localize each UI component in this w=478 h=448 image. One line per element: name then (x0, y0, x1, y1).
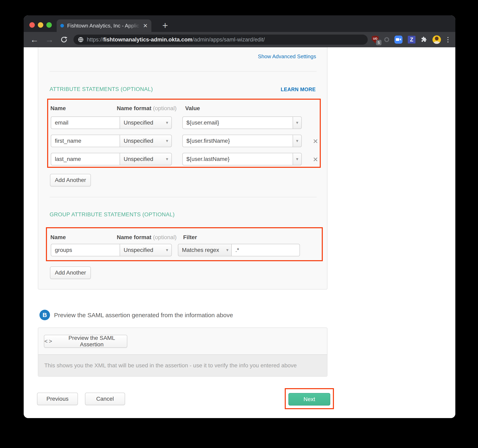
group-attribute-statements-title: GROUP ATTRIBUTE STATEMENTS (OPTIONAL) (50, 211, 175, 218)
code-brackets-icon: <> (44, 338, 53, 344)
column-header-value: Value (185, 105, 200, 112)
preview-saml-assertion-button[interactable]: <> Preview the SAML Assertion (44, 335, 127, 348)
ublock-extension-button[interactable]: UO 5 (372, 36, 379, 44)
tab-title: Fishtown Analytics, Inc - Applic (67, 23, 142, 29)
avatar-head (435, 37, 439, 40)
attribute-statements-title: ATTRIBUTE STATEMENTS (OPTIONAL) (50, 86, 153, 92)
previous-button[interactable]: Previous (37, 393, 78, 405)
column-header-name-format: Name format (optional) (117, 105, 177, 112)
browser-toolbar: ← → https://fishtownanalytics-admin.okta… (24, 32, 455, 47)
forward-icon[interactable]: → (45, 35, 54, 44)
page-viewport: Show Advanced Settings ATTRIBUTE STATEME… (24, 47, 455, 418)
group-filter-type-select[interactable]: Matches regex ▾ (178, 244, 232, 256)
profile-avatar[interactable] (433, 35, 441, 44)
attr-name-format-select-last-name[interactable]: Unspecified ▾ (120, 153, 172, 165)
chevron-down-icon: ▾ (166, 247, 168, 253)
learn-more-link[interactable]: LEARN MORE (281, 86, 316, 92)
ring-extension-icon[interactable] (384, 37, 389, 42)
add-another-group-attribute-button[interactable]: Add Another (50, 266, 91, 279)
optional-label: (optional) (153, 105, 177, 111)
browser-tab[interactable]: Fishtown Analytics, Inc - Applic ✕ (57, 19, 151, 32)
url-host: fishtownanalytics-admin.okta.com (103, 37, 192, 43)
optional-label: (optional) (153, 234, 177, 240)
avatar-body (434, 41, 440, 44)
attr-name-format-select-email[interactable]: Unspecified ▾ (120, 117, 172, 129)
chevron-down-icon: ▾ (296, 120, 298, 125)
url-text: https://fishtownanalytics-admin.okta.com… (87, 37, 265, 43)
attr-name-input-last-name[interactable] (51, 153, 120, 165)
browser-titlebar: Fishtown Analytics, Inc - Applic ✕ + (24, 15, 455, 32)
zoom-window-button[interactable] (46, 22, 52, 28)
attr-value-dropdown-button[interactable]: ▾ (293, 117, 302, 129)
preview-assertion-panel: <> Preview the SAML Assertion This shows… (38, 327, 327, 377)
attr-value-combo-first-name: ▾ (182, 135, 302, 147)
delete-row-icon[interactable]: ✕ (311, 156, 320, 163)
zoom-extension-icon[interactable] (394, 36, 403, 44)
tab-close-icon[interactable]: ✕ (143, 22, 148, 29)
attr-value-dropdown-button[interactable]: ▾ (293, 153, 302, 165)
column-header-name: Name (50, 234, 66, 241)
url-bar[interactable]: https://fishtownanalytics-admin.okta.com… (74, 35, 368, 45)
attr-value-dropdown-button[interactable]: ▾ (293, 135, 302, 147)
attr-name-format-select-first-name[interactable]: Unspecified ▾ (120, 135, 172, 147)
column-header-name: Name (50, 105, 66, 112)
chevron-down-icon: ▾ (166, 156, 168, 162)
attr-name-input-email[interactable] (51, 117, 120, 129)
cancel-button[interactable]: Cancel (85, 393, 125, 405)
new-tab-button[interactable]: + (160, 20, 171, 31)
ublock-badge: 5 (376, 40, 382, 45)
group-name-input[interactable] (51, 244, 120, 256)
attr-value-combo-last-name: ▾ (182, 153, 302, 165)
screenshot-root: Fishtown Analytics, Inc - Applic ✕ + ← →… (0, 0, 478, 448)
column-header-filter: Filter (183, 234, 197, 241)
column-header-name-format: Name format (optional) (117, 234, 177, 241)
attr-name-input-first-name[interactable] (51, 135, 120, 147)
reload-icon[interactable] (60, 36, 68, 43)
section-divider (50, 197, 316, 197)
z-extension-icon[interactable]: Z (408, 36, 415, 43)
preview-note: This shows you the XML that will be used… (38, 354, 327, 376)
extensions-area: UO 5 Z (372, 35, 450, 44)
url-protocol: https:// (87, 37, 103, 43)
extensions-puzzle-icon[interactable] (421, 36, 427, 43)
chevron-down-icon: ▾ (296, 138, 298, 144)
url-path: /admin/apps/saml-wizard/edit/ (192, 37, 265, 43)
step-b-badge: B (39, 310, 50, 320)
minimize-window-button[interactable] (38, 22, 43, 28)
preview-section-heading: Preview the SAML assertion generated fro… (54, 312, 233, 319)
add-another-attribute-button[interactable]: Add Another (50, 174, 91, 186)
attr-value-input-first-name[interactable] (182, 135, 293, 147)
browser-menu-icon[interactable] (446, 37, 450, 43)
attr-value-combo-email: ▾ (182, 117, 302, 129)
chevron-down-icon: ▾ (166, 120, 168, 125)
okta-favicon-icon (60, 24, 64, 27)
video-camera-lens-icon (399, 38, 401, 41)
chevron-down-icon: ▾ (226, 247, 228, 253)
chevron-down-icon: ▾ (296, 156, 298, 162)
group-name-format-select[interactable]: Unspecified ▾ (120, 244, 172, 256)
video-camera-icon (396, 38, 399, 41)
show-advanced-settings-link[interactable]: Show Advanced Settings (258, 53, 316, 60)
saml-settings-card: Show Advanced Settings ATTRIBUTE STATEME… (38, 47, 327, 289)
browser-window: Fishtown Analytics, Inc - Applic ✕ + ← →… (24, 15, 455, 418)
annotation-box-next-button (285, 388, 334, 409)
macos-traffic-lights (29, 22, 52, 28)
delete-row-icon[interactable]: ✕ (311, 137, 320, 145)
attr-value-input-last-name[interactable] (182, 153, 293, 165)
close-window-button[interactable] (29, 22, 35, 28)
site-info-globe-icon[interactable] (78, 37, 84, 43)
section-divider (50, 71, 316, 72)
back-icon[interactable]: ← (30, 35, 39, 44)
group-filter-value-input[interactable] (231, 244, 300, 256)
chevron-down-icon: ▾ (166, 138, 168, 144)
attr-value-input-email[interactable] (182, 117, 293, 129)
